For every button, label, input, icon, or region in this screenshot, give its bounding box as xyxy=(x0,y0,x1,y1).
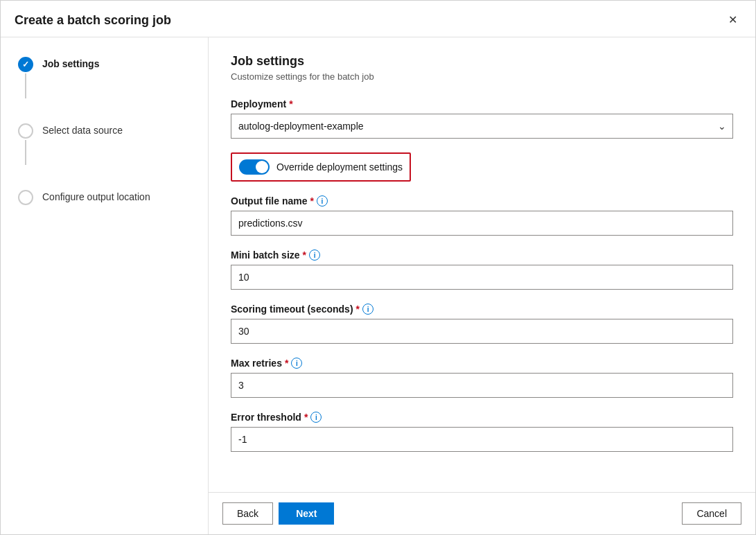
main-content: Job settings Customize settings for the … xyxy=(209,37,755,534)
dialog-header: Create a batch scoring job ✕ xyxy=(1,1,755,37)
mini-batch-size-required: * xyxy=(303,249,306,261)
error-threshold-input[interactable] xyxy=(231,427,733,452)
scoring-timeout-required: * xyxy=(356,304,360,315)
error-threshold-info-icon: i xyxy=(310,412,322,423)
content-scroll: Job settings Customize settings for the … xyxy=(209,37,755,492)
scoring-timeout-label: Scoring timeout (seconds) * i xyxy=(231,304,733,315)
step-label-configure-output: Configure output location xyxy=(42,190,150,202)
sidebar-stepper: ✓ Job settings Select data source xyxy=(1,37,209,534)
mini-batch-size-label: Mini batch size * i xyxy=(231,249,733,261)
error-threshold-label: Error threshold * i xyxy=(231,412,733,423)
step-circle-job-settings: ✓ xyxy=(18,57,33,72)
deployment-field-group: Deployment * autolog-deployment-example … xyxy=(231,98,733,139)
output-file-name-label: Output file name * i xyxy=(231,195,733,207)
max-retries-required: * xyxy=(285,358,288,369)
back-button[interactable]: Back xyxy=(222,502,273,525)
step-configure-output: Configure output location xyxy=(17,190,191,205)
deployment-label: Deployment * xyxy=(231,98,733,109)
override-toggle-row: Override deployment settings xyxy=(231,152,411,182)
output-file-name-input[interactable] xyxy=(231,211,733,236)
deployment-select-wrapper: autolog-deployment-example ⌄ xyxy=(231,114,733,139)
mini-batch-size-input[interactable] xyxy=(231,265,733,290)
output-file-name-info-icon: i xyxy=(317,195,328,207)
max-retries-label: Max retries * i xyxy=(231,358,733,369)
scoring-timeout-field-group: Scoring timeout (seconds) * i xyxy=(231,304,733,344)
step-label-select-data-source: Select data source xyxy=(42,123,123,136)
max-retries-field-group: Max retries * i xyxy=(231,358,733,398)
scoring-timeout-info-icon: i xyxy=(362,304,373,315)
section-title: Job settings xyxy=(231,54,733,69)
step-line-1 xyxy=(25,73,26,98)
dialog-body: ✓ Job settings Select data source xyxy=(1,37,755,534)
deployment-required: * xyxy=(289,98,292,109)
next-button[interactable]: Next xyxy=(279,502,334,525)
cancel-button[interactable]: Cancel xyxy=(682,502,741,525)
step-label-job-settings: Job settings xyxy=(42,57,99,69)
mini-batch-size-info-icon: i xyxy=(309,249,320,261)
dialog-title: Create a batch scoring job xyxy=(15,13,171,28)
override-label: Override deployment settings xyxy=(276,161,403,173)
error-threshold-required: * xyxy=(304,412,308,423)
step-circle-select-data-source xyxy=(18,123,33,139)
dialog-footer: Back Next Cancel xyxy=(209,492,755,534)
step-select-data-source: Select data source xyxy=(17,123,191,165)
footer-left-buttons: Back Next xyxy=(222,502,334,525)
override-toggle[interactable] xyxy=(239,159,270,175)
step-circle-configure-output xyxy=(18,190,33,205)
output-file-name-required: * xyxy=(310,195,313,207)
step-job-settings: ✓ Job settings xyxy=(17,57,191,98)
scoring-timeout-input[interactable] xyxy=(231,319,733,344)
create-batch-scoring-dialog: Create a batch scoring job ✕ ✓ Job setti… xyxy=(0,0,756,535)
output-file-name-field-group: Output file name * i xyxy=(231,195,733,236)
section-subtitle: Customize settings for the batch job xyxy=(231,71,733,82)
max-retries-input[interactable] xyxy=(231,373,733,398)
max-retries-info-icon: i xyxy=(291,358,302,369)
mini-batch-size-field-group: Mini batch size * i xyxy=(231,249,733,290)
error-threshold-field-group: Error threshold * i xyxy=(231,412,733,452)
close-button[interactable]: ✕ xyxy=(724,12,741,28)
deployment-select[interactable]: autolog-deployment-example xyxy=(231,114,733,139)
step-line-2 xyxy=(25,140,26,165)
